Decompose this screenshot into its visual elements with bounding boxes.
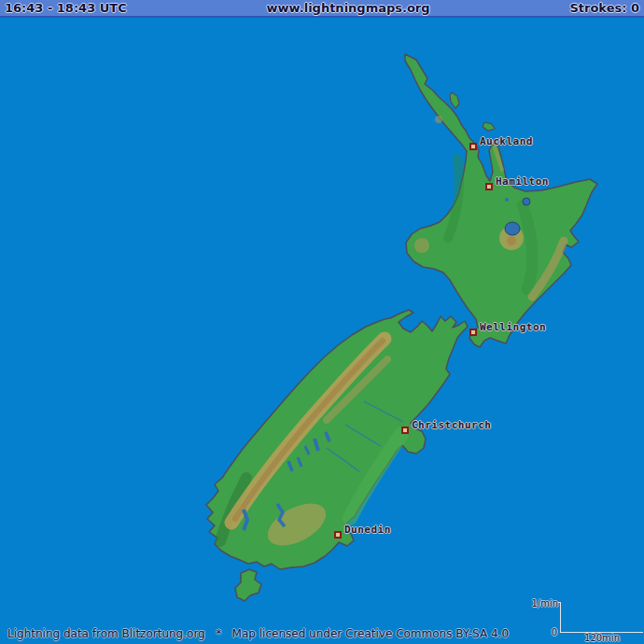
time-range: 16:43 - 18:43 UTC [5, 0, 127, 17]
rate-axis-zero-label: 0 [552, 627, 557, 637]
stroke-rate-chart: 1/min 0 120min [560, 602, 643, 633]
waiheke-island [483, 122, 495, 131]
lake-taupo [505, 222, 520, 235]
city-marker [469, 329, 477, 336]
city-label: Wellington [480, 321, 546, 333]
strokes-counter: Strokes: 0 [569, 0, 639, 17]
city-label: Auckland [480, 135, 533, 147]
city-marker [485, 183, 493, 190]
city-label: Hamilton [496, 175, 549, 188]
rate-axis-max-label: 1/min [531, 598, 558, 609]
city-marker [401, 427, 409, 434]
attribution-text: Lightning data from Blitzortung.org * Ma… [7, 627, 509, 640]
city-dunedin: Dunedin [334, 531, 342, 539]
great-barrier-island [450, 92, 459, 108]
rate-axis-time-label: 120min [584, 633, 620, 643]
map-canvas[interactable]: Auckland Hamilton Wellington Christchurc… [0, 0, 644, 644]
lightning-map-app: 16:43 - 18:43 UTC www.lightningmaps.org … [0, 0, 644, 644]
ni-small-lake [505, 198, 509, 202]
city-label: Dunedin [344, 524, 391, 536]
mt-taranaki [414, 238, 429, 253]
stewart-island [235, 569, 261, 601]
city-christchurch: Christchurch [401, 427, 409, 434]
top-bar: 16:43 - 18:43 UTC www.lightningmaps.org … [0, 0, 644, 18]
site-title[interactable]: www.lightningmaps.org [267, 0, 430, 17]
lake-rotorua [523, 198, 530, 205]
city-label: Christchurch [412, 419, 491, 431]
city-wellington: Wellington [469, 329, 477, 336]
north-island [405, 54, 597, 347]
new-zealand-map [0, 0, 644, 644]
city-marker [334, 531, 342, 539]
city-hamilton: Hamilton [485, 183, 493, 190]
city-auckland: Auckland [469, 143, 477, 150]
city-marker [469, 143, 477, 150]
central-plateau-peak [507, 236, 516, 245]
northland-hills [435, 116, 442, 123]
